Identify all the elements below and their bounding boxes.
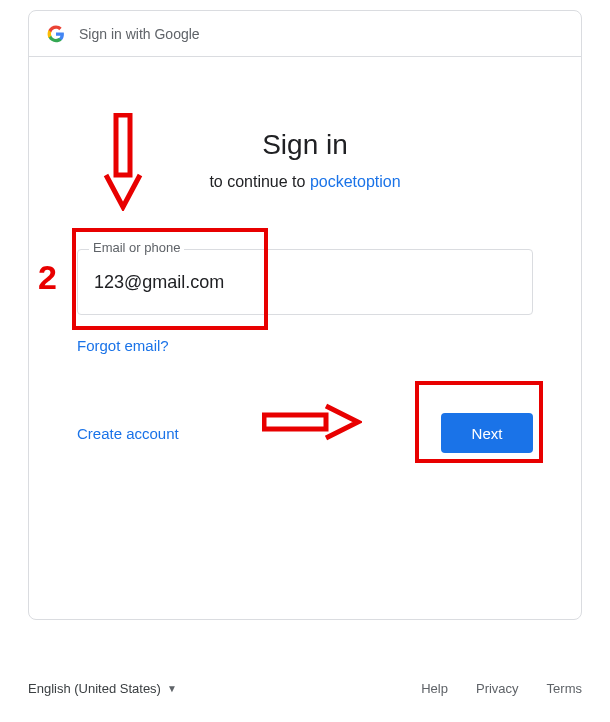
email-input[interactable]	[77, 249, 533, 315]
email-label: Email or phone	[89, 240, 184, 255]
actions-row: Create account Next	[77, 413, 533, 453]
card-body: Sign in to continue to pocketoption Emai…	[29, 57, 581, 453]
footer: English (United States) ▼ Help Privacy T…	[28, 681, 582, 696]
card-header: Sign in with Google	[29, 11, 581, 57]
chevron-down-icon: ▼	[167, 683, 177, 694]
subheading-prefix: to continue to	[209, 173, 310, 190]
forgot-email-link[interactable]: Forgot email?	[77, 337, 169, 354]
page-title: Sign in	[77, 129, 533, 161]
language-label: English (United States)	[28, 681, 161, 696]
subheading-app-link[interactable]: pocketoption	[310, 173, 401, 190]
privacy-link[interactable]: Privacy	[476, 681, 519, 696]
signin-card: Sign in with Google Sign in to continue …	[28, 10, 582, 620]
email-field-wrap: Email or phone	[77, 249, 533, 315]
create-account-link[interactable]: Create account	[77, 425, 179, 442]
google-logo-icon	[47, 25, 65, 43]
header-title: Sign in with Google	[79, 26, 200, 42]
footer-links: Help Privacy Terms	[421, 681, 582, 696]
terms-link[interactable]: Terms	[547, 681, 582, 696]
subheading: to continue to pocketoption	[77, 173, 533, 191]
language-selector[interactable]: English (United States) ▼	[28, 681, 177, 696]
help-link[interactable]: Help	[421, 681, 448, 696]
next-button[interactable]: Next	[441, 413, 533, 453]
